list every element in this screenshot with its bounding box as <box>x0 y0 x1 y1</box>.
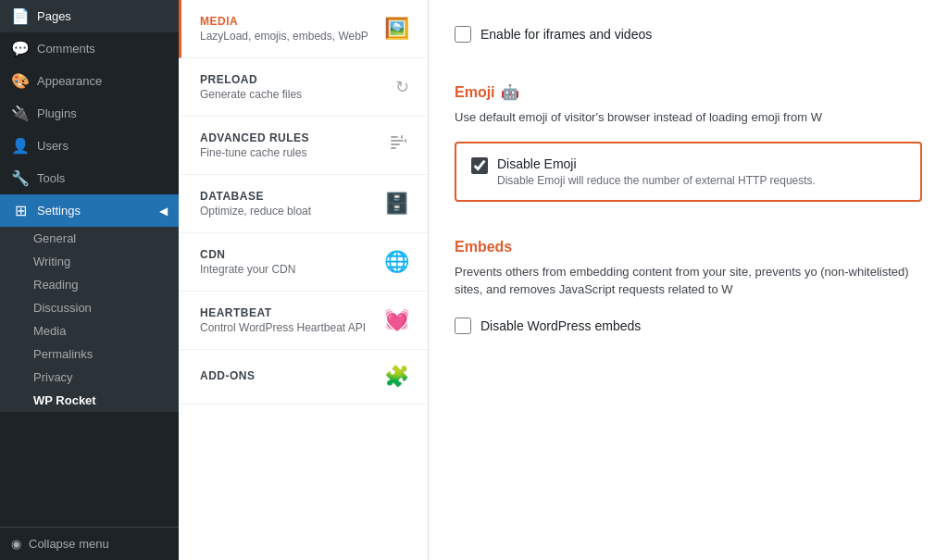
plugins-icon: 🔌 <box>11 105 30 122</box>
wp-sidebar: 📄 Pages 💬 Comments 🎨 Appearance 🔌 Plugin… <box>0 0 179 560</box>
emoji-robot-icon: 🤖 <box>501 83 519 101</box>
sidebar-item-settings[interactable]: ⊞ Settings ◀ <box>0 194 179 227</box>
emoji-title-text: Emoji <box>455 84 495 101</box>
middle-item-advanced-title: ADVANCED RULES <box>200 131 309 144</box>
middle-item-advanced-icon <box>389 132 409 158</box>
sidebar-item-plugins[interactable]: 🔌 Plugins <box>0 97 179 130</box>
middle-item-preload-title: PRELOAD <box>200 73 302 86</box>
svg-rect-5 <box>405 139 406 143</box>
main-content: Enable for iframes and videos Emoji 🤖 Us… <box>429 0 948 560</box>
middle-item-heartbeat-text: HEARTBEAT Control WordPress Heartbeat AP… <box>200 306 366 334</box>
middle-item-media-subtitle: LazyLoad, emojis, embeds, WebP <box>200 30 368 43</box>
middle-item-media[interactable]: MEDIA LazyLoad, emojis, embeds, WebP 🖼️ <box>179 0 428 58</box>
disable-emoji-label: Disable Emoji <box>497 156 816 171</box>
tools-icon: 🔧 <box>11 169 30 187</box>
svg-rect-3 <box>391 147 396 149</box>
iframes-checkbox-label[interactable]: Enable for iframes and videos <box>480 27 652 42</box>
emoji-section-description: Use default emoji of visitor's browser i… <box>455 108 922 127</box>
middle-item-preload[interactable]: PRELOAD Generate cache files ↻ <box>179 58 428 117</box>
disable-embeds-container: Disable WordPress embeds <box>455 314 922 338</box>
sidebar-item-users[interactable]: 👤 Users <box>0 130 179 162</box>
middle-item-advanced-rules[interactable]: ADVANCED RULES Fine-tune cache rules <box>179 117 428 175</box>
middle-item-preload-icon: ↻ <box>395 77 409 97</box>
middle-item-preload-subtitle: Generate cache files <box>200 88 302 101</box>
middle-item-cdn-title: CDN <box>200 248 295 261</box>
submenu-item-privacy[interactable]: Privacy <box>0 366 179 389</box>
collapse-icon: ◉ <box>11 537 21 551</box>
comments-icon: 💬 <box>11 40 30 57</box>
submenu-item-media[interactable]: Media <box>0 319 179 342</box>
svg-rect-2 <box>391 143 400 145</box>
middle-item-addons-title: ADD-ONS <box>200 369 256 382</box>
settings-submenu: General Writing Reading Discussion Media… <box>0 227 179 412</box>
sidebar-item-pages[interactable]: 📄 Pages <box>0 0 179 32</box>
appearance-icon: 🎨 <box>11 72 30 90</box>
middle-item-media-title: MEDIA <box>200 15 368 28</box>
middle-item-media-icon: 🖼️ <box>384 17 409 41</box>
middle-item-addons-icon: 🧩 <box>384 365 409 389</box>
middle-item-heartbeat-subtitle: Control WordPress Heartbeat API <box>200 321 366 334</box>
submenu-item-writing[interactable]: Writing <box>0 250 179 273</box>
sidebar-label-appearance: Appearance <box>37 74 102 88</box>
collapse-menu-label: Collapse menu <box>29 537 109 551</box>
disable-emoji-sublabel: Disable Emoji will reduce the number of … <box>497 174 816 187</box>
middle-item-advanced-subtitle: Fine-tune cache rules <box>200 146 309 159</box>
submenu-item-discussion[interactable]: Discussion <box>0 296 179 319</box>
middle-item-addons-text: ADD-ONS <box>200 369 256 384</box>
sidebar-item-appearance[interactable]: 🎨 Appearance <box>0 65 179 97</box>
sidebar-label-users: Users <box>37 139 69 153</box>
embeds-section-description: Prevents others from embedding content f… <box>455 263 922 299</box>
middle-item-database-text: DATABASE Optimize, reduce bloat <box>200 190 311 218</box>
svg-rect-1 <box>391 140 404 142</box>
svg-rect-0 <box>391 136 398 138</box>
middle-item-database-icon: 🗄️ <box>384 192 409 216</box>
middle-item-preload-text: PRELOAD Generate cache files <box>200 73 302 101</box>
sidebar-item-comments[interactable]: 💬 Comments <box>0 32 179 65</box>
submenu-item-permalinks[interactable]: Permalinks <box>0 342 179 366</box>
middle-item-cdn-icon: 🌐 <box>384 250 409 274</box>
collapse-menu-button[interactable]: ◉ Collapse menu <box>0 527 179 560</box>
sidebar-label-comments: Comments <box>37 42 95 56</box>
middle-item-database-subtitle: Optimize, reduce bloat <box>200 205 311 218</box>
middle-item-advanced-text: ADVANCED RULES Fine-tune cache rules <box>200 131 309 159</box>
settings-icon: ⊞ <box>11 202 30 219</box>
pages-icon: 📄 <box>11 7 30 25</box>
middle-item-media-text: MEDIA LazyLoad, emojis, embeds, WebP <box>200 15 368 43</box>
middle-item-heartbeat-icon: 💓 <box>384 308 409 332</box>
middle-panel: MEDIA LazyLoad, emojis, embeds, WebP 🖼️ … <box>179 0 429 560</box>
middle-item-database[interactable]: DATABASE Optimize, reduce bloat 🗄️ <box>179 175 428 233</box>
embeds-section-title: Embeds <box>455 239 922 255</box>
sidebar-label-settings: Settings <box>37 204 81 218</box>
middle-item-addons[interactable]: ADD-ONS 🧩 <box>179 350 428 404</box>
submenu-item-reading[interactable]: Reading <box>0 273 179 296</box>
svg-rect-4 <box>401 135 403 139</box>
emoji-section-title: Emoji 🤖 <box>455 83 922 101</box>
submenu-item-general[interactable]: General <box>0 227 179 250</box>
middle-item-database-title: DATABASE <box>200 190 311 203</box>
sidebar-label-plugins: Plugins <box>37 106 77 120</box>
users-icon: 👤 <box>11 137 30 155</box>
middle-item-heartbeat-title: HEARTBEAT <box>200 306 366 319</box>
middle-item-cdn[interactable]: CDN Integrate your CDN 🌐 <box>179 233 428 292</box>
sidebar-item-tools[interactable]: 🔧 Tools <box>0 162 179 194</box>
disable-emoji-checkbox[interactable] <box>471 157 488 174</box>
sidebar-label-pages: Pages <box>37 9 71 23</box>
iframes-checkbox-container: Enable for iframes and videos <box>455 22 922 46</box>
middle-item-cdn-text: CDN Integrate your CDN <box>200 248 295 276</box>
middle-item-heartbeat[interactable]: HEARTBEAT Control WordPress Heartbeat AP… <box>179 292 428 350</box>
disable-embeds-label[interactable]: Disable WordPress embeds <box>480 318 641 333</box>
middle-item-cdn-subtitle: Integrate your CDN <box>200 263 295 276</box>
disable-emoji-container: Disable Emoji Disable Emoji will reduce … <box>455 142 922 202</box>
iframes-checkbox[interactable] <box>455 26 471 43</box>
settings-chevron-icon: ◀ <box>159 205 168 218</box>
disable-emoji-text: Disable Emoji Disable Emoji will reduce … <box>497 156 816 187</box>
embeds-title-text: Embeds <box>455 239 512 255</box>
sidebar-label-tools: Tools <box>37 171 65 185</box>
submenu-item-wp-rocket[interactable]: WP Rocket <box>0 389 179 412</box>
disable-embeds-checkbox[interactable] <box>455 317 471 334</box>
